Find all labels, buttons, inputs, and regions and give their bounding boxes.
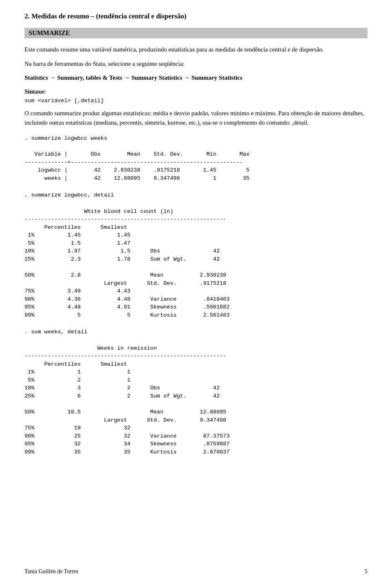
code-block-3: . sum weeks, detail Weeks in remission -… — [24, 328, 368, 456]
toolbar-text: Na barra de ferramentas do Stata, seleci… — [24, 59, 368, 69]
footer-author: Tania Guillén de Torres — [24, 568, 78, 575]
summarize-label: SUMMARIZE — [24, 28, 368, 38]
syntax-command: sum <variável> [,detail] — [24, 97, 368, 105]
code-text-2: . summarize logwbcc, detail White blood … — [24, 191, 368, 319]
code-text-3: . sum weeks, detail Weeks in remission -… — [24, 328, 368, 456]
section-heading: 2. Medidas de resumo – (tendência centra… — [24, 12, 368, 20]
intro-text: Este comando resume uma variável numéric… — [24, 45, 368, 54]
code-text-1: . summarize logwbcc weeks Variable | Obs… — [24, 134, 368, 182]
syntax-block: Sintaxe: sum <variável> [,detail] — [24, 88, 368, 105]
footer-page: 5 — [365, 568, 368, 575]
menu-path: Statistics → Summary, tables & Tests → S… — [24, 73, 368, 83]
syntax-label: Sintaxe: — [24, 88, 46, 95]
code-block-1: . summarize logwbcc weeks Variable | Obs… — [24, 134, 368, 182]
description-text: O comando summarize produz algumas estat… — [24, 109, 368, 127]
code-block-2: . summarize logwbcc, detail White blood … — [24, 191, 368, 319]
footer: Tania Guillén de Torres 5 — [0, 568, 392, 575]
